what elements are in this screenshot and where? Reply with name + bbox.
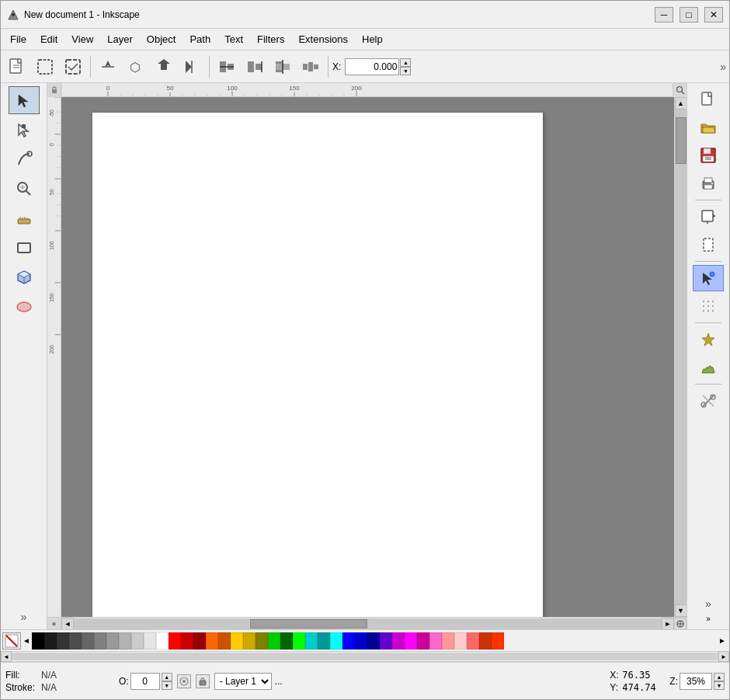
toolbar-new[interactable] xyxy=(4,54,30,80)
color-swatch[interactable] xyxy=(181,632,193,650)
hscroll-expand-left[interactable]: « xyxy=(47,618,61,629)
color-swatch[interactable] xyxy=(392,632,405,650)
color-swatch[interactable] xyxy=(156,632,169,650)
layer-select[interactable]: - Layer 1 xyxy=(214,673,272,690)
ruler-corner[interactable] xyxy=(47,83,61,97)
zoom-fit-button[interactable] xyxy=(673,83,687,97)
rpanel-print[interactable] xyxy=(693,170,724,197)
tool-node[interactable] xyxy=(9,116,40,144)
vscroll-thumb[interactable] xyxy=(676,117,687,164)
color-swatch[interactable] xyxy=(206,632,218,650)
vscroll-down[interactable]: ▼ xyxy=(675,604,687,617)
rpanel-tool7[interactable] xyxy=(693,388,724,414)
rpanel-save[interactable] xyxy=(693,142,724,169)
color-swatch[interactable] xyxy=(442,632,454,650)
zoom-spin-down[interactable]: ▼ xyxy=(714,681,725,690)
tool-3d[interactable] xyxy=(9,263,40,291)
vscroll-up[interactable]: ▲ xyxy=(675,97,687,110)
toolbar-move-2[interactable]: ⬡ xyxy=(123,54,149,80)
menu-layer[interactable]: Layer xyxy=(101,32,139,47)
zoom-input[interactable] xyxy=(680,673,712,690)
menu-help[interactable]: Help xyxy=(356,32,389,47)
lock-icon[interactable] xyxy=(196,674,210,688)
toolbar-move-1[interactable] xyxy=(95,54,121,80)
rpanel-expand-bottom[interactable]: » xyxy=(706,615,711,623)
color-swatch[interactable] xyxy=(305,632,318,650)
menu-path[interactable]: Path xyxy=(183,32,217,47)
no-color-swatch[interactable] xyxy=(2,632,21,650)
color-swatch[interactable] xyxy=(169,632,181,650)
color-swatch[interactable] xyxy=(342,632,355,650)
color-swatch[interactable] xyxy=(57,632,69,650)
menu-object[interactable]: Object xyxy=(141,32,182,47)
x-input[interactable] xyxy=(345,58,399,75)
toolbar-align3[interactable] xyxy=(269,54,296,80)
rpanel-new[interactable] xyxy=(693,86,724,113)
color-swatch[interactable] xyxy=(417,632,429,650)
color-swatch[interactable] xyxy=(355,632,367,650)
tool-select[interactable] xyxy=(9,86,40,114)
toolbar-expand[interactable]: » xyxy=(720,61,726,73)
rpanel-open[interactable] xyxy=(693,114,724,141)
toolbar-distribute[interactable] xyxy=(297,54,324,80)
x-spin-up[interactable]: ▲ xyxy=(400,58,411,67)
rpanel-tool3[interactable] xyxy=(693,265,724,291)
color-swatch[interactable] xyxy=(330,632,342,650)
color-swatch[interactable] xyxy=(32,632,44,650)
opacity-spin-down[interactable]: ▼ xyxy=(162,681,172,690)
toolbar-align1[interactable] xyxy=(214,54,240,80)
rpanel-tool5[interactable] xyxy=(693,326,724,353)
color-swatch[interactable] xyxy=(293,632,305,650)
tool-rect[interactable] xyxy=(9,234,40,262)
tool-zoom[interactable] xyxy=(9,175,40,203)
minimize-button[interactable]: ─ xyxy=(655,7,673,23)
color-swatch[interactable] xyxy=(94,632,106,650)
toolbar-select-dashed[interactable] xyxy=(60,54,86,80)
color-swatch[interactable] xyxy=(144,632,156,650)
rpanel-tool2[interactable] xyxy=(693,232,724,258)
palette-scroll-left[interactable]: ◄ xyxy=(21,636,32,645)
rpanel-tool6[interactable] xyxy=(693,354,724,381)
color-swatch[interactable] xyxy=(380,632,392,650)
rpanel-tool4[interactable] xyxy=(693,293,724,319)
color-swatch[interactable] xyxy=(243,632,255,650)
menu-text[interactable]: Text xyxy=(218,32,249,47)
menu-view[interactable]: View xyxy=(65,32,99,47)
x-spin-down[interactable]: ▼ xyxy=(400,67,411,75)
canvas-scroll-area[interactable] xyxy=(61,97,674,617)
color-swatch[interactable] xyxy=(119,632,131,650)
menu-edit[interactable]: Edit xyxy=(34,32,64,47)
toolbar-rotate[interactable] xyxy=(151,54,177,80)
menu-file[interactable]: File xyxy=(4,32,33,47)
opacity-spin-up[interactable]: ▲ xyxy=(162,673,172,681)
drawing-canvas[interactable] xyxy=(92,113,543,617)
color-swatch[interactable] xyxy=(467,632,479,650)
hscroll-track[interactable] xyxy=(74,618,662,629)
toolbar-align2[interactable] xyxy=(242,54,268,80)
status-scroll-right[interactable]: ► xyxy=(718,651,729,662)
color-swatch[interactable] xyxy=(69,632,82,650)
color-swatch[interactable] xyxy=(318,632,330,650)
hscroll-left[interactable]: ◄ xyxy=(61,618,74,630)
color-swatch[interactable] xyxy=(231,632,243,650)
status-scroll-track[interactable] xyxy=(12,653,718,660)
tool-measure[interactable] xyxy=(9,204,40,232)
color-swatch[interactable] xyxy=(429,632,442,650)
color-swatch[interactable] xyxy=(268,632,280,650)
tool-ellipse[interactable] xyxy=(9,293,40,321)
color-swatch[interactable] xyxy=(454,632,467,650)
zoom-spin-up[interactable]: ▲ xyxy=(714,673,725,681)
color-swatch[interactable] xyxy=(492,632,504,650)
hscroll-thumb[interactable] xyxy=(250,619,367,629)
maximize-button[interactable]: □ xyxy=(680,7,698,23)
layer-icon[interactable] xyxy=(177,674,191,688)
palette-scroll-right[interactable]: ► xyxy=(717,636,728,645)
color-swatch[interactable] xyxy=(405,632,417,650)
toolbar-flip[interactable] xyxy=(179,54,205,80)
rpanel-expand[interactable]: » xyxy=(702,594,714,613)
menu-extensions[interactable]: Extensions xyxy=(292,32,354,47)
close-button[interactable]: ✕ xyxy=(704,7,723,23)
toolbar-select-dotted[interactable] xyxy=(32,54,58,80)
layer-dots[interactable]: ... xyxy=(275,676,283,687)
opacity-input[interactable] xyxy=(130,673,160,690)
